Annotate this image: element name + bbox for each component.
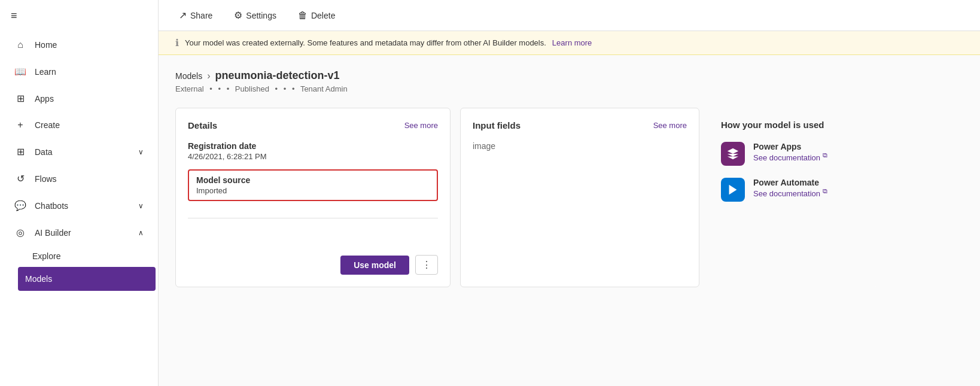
- model-source-label: Model source: [196, 175, 430, 185]
- power-automate-item: Power Automate See documentation ⧉: [721, 178, 865, 202]
- power-apps-icon: [721, 142, 745, 166]
- details-card-divider: [188, 218, 438, 218]
- model-source-highlight: Model source Imported: [188, 169, 438, 201]
- create-icon: +: [14, 120, 26, 130]
- sidebar-label-chatbots: Chatbots: [35, 201, 68, 211]
- power-apps-name: Power Apps: [753, 142, 827, 151]
- sidebar-label-flows: Flows: [35, 174, 57, 184]
- subtitle-published: Published: [235, 84, 278, 93]
- share-icon: ↗: [179, 10, 187, 21]
- sidebar-label-ai-builder: AI Builder: [35, 228, 71, 238]
- subtitle-separator2: •: [284, 84, 295, 93]
- input-field-image: image: [473, 141, 687, 151]
- sidebar-item-create[interactable]: + Create: [2, 113, 156, 138]
- sidebar-subitem-explore[interactable]: Explore: [0, 246, 158, 266]
- breadcrumb-parent[interactable]: Models: [175, 71, 202, 81]
- sidebar-item-data[interactable]: ⊞ Data ∨: [2, 139, 156, 165]
- page-body: Models › pneumonia-detection-v1 External…: [159, 55, 980, 386]
- sidebar-label-create: Create: [35, 120, 60, 130]
- learn-more-link[interactable]: Learn more: [552, 38, 592, 47]
- power-automate-see-doc[interactable]: See documentation ⧉: [753, 187, 827, 198]
- sidebar-label-home: Home: [35, 40, 57, 50]
- sidebar: ≡ ⌂ Home 📖 Learn ⊞ Apps + Create ⊞ Data …: [0, 0, 159, 386]
- power-automate-name: Power Automate: [753, 178, 827, 187]
- cards-container: Details See more Registration date 4/26/…: [175, 108, 963, 287]
- input-fields-card: Input fields See more image: [460, 108, 699, 287]
- flows-icon: ↺: [14, 173, 26, 184]
- sidebar-label-models: Models: [25, 274, 52, 284]
- breadcrumb: Models › pneumonia-detection-v1: [175, 69, 963, 82]
- sidebar-label-learn: Learn: [35, 67, 56, 77]
- banner-text: Your model was created externally. Some …: [185, 38, 546, 47]
- info-banner: ℹ Your model was created externally. Som…: [159, 31, 980, 55]
- sidebar-subitem-models[interactable]: Models: [18, 267, 156, 291]
- details-see-more-link[interactable]: See more: [404, 121, 438, 130]
- power-apps-text: Power Apps See documentation ⧉: [753, 142, 827, 162]
- sidebar-item-apps[interactable]: ⊞ Apps: [2, 86, 156, 111]
- breadcrumb-separator: ›: [207, 71, 210, 81]
- breadcrumb-current: pneumonia-detection-v1: [215, 69, 339, 82]
- ai-builder-chevron-icon: ∧: [138, 229, 144, 237]
- hamburger-icon: ≡: [11, 10, 17, 22]
- power-apps-item: Power Apps See documentation ⧉: [721, 142, 865, 166]
- chatbots-chevron-icon: ∨: [138, 202, 144, 210]
- details-card-header: Details See more: [188, 120, 438, 130]
- share-button[interactable]: ↗ Share: [175, 7, 216, 23]
- page-subtitle: External • Published • Tenant Admin: [175, 84, 963, 93]
- input-fields-see-more-link[interactable]: See more: [653, 121, 687, 130]
- sidebar-item-learn[interactable]: 📖 Learn: [2, 59, 156, 84]
- settings-icon: ⚙: [234, 10, 242, 21]
- learn-icon: 📖: [14, 66, 26, 77]
- details-card-title: Details: [188, 120, 217, 130]
- info-icon: ℹ: [175, 37, 179, 48]
- input-fields-card-title: Input fields: [473, 120, 521, 130]
- details-card-footer: Use model ⋮: [188, 245, 438, 275]
- power-automate-icon: [721, 178, 745, 202]
- sidebar-item-flows[interactable]: ↺ Flows: [2, 166, 156, 192]
- sidebar-label-apps: Apps: [35, 94, 54, 104]
- registration-date-value: 4/26/2021, 6:28:21 PM: [188, 152, 438, 161]
- more-options-button[interactable]: ⋮: [415, 255, 438, 275]
- sidebar-item-chatbots[interactable]: 💬 Chatbots ∨: [2, 193, 156, 218]
- toolbar: ↗ Share ⚙ Settings 🗑 Delete: [159, 0, 980, 31]
- data-icon: ⊞: [14, 146, 26, 157]
- hamburger-menu[interactable]: ≡: [0, 0, 158, 32]
- sidebar-label-explore: Explore: [32, 251, 60, 261]
- how-used-card: How your model is used Power Apps See do…: [709, 108, 876, 287]
- power-automate-ext-link-icon: ⧉: [823, 187, 827, 194]
- how-used-title: How your model is used: [721, 120, 865, 130]
- subtitle-external: External: [175, 84, 212, 93]
- settings-button[interactable]: ⚙ Settings: [230, 7, 280, 23]
- power-automate-text: Power Automate See documentation ⧉: [753, 178, 827, 198]
- delete-icon: 🗑: [298, 10, 308, 21]
- power-apps-see-doc[interactable]: See documentation ⧉: [753, 151, 827, 162]
- sidebar-item-ai-builder[interactable]: ◎ AI Builder ∧: [2, 220, 156, 245]
- power-apps-ext-link-icon: ⧉: [823, 151, 827, 159]
- subtitle-tenant: Tenant Admin: [300, 84, 348, 93]
- apps-icon: ⊞: [14, 93, 26, 104]
- sidebar-label-data: Data: [35, 147, 53, 157]
- share-label: Share: [190, 11, 212, 20]
- use-model-button[interactable]: Use model: [340, 256, 409, 275]
- input-fields-card-header: Input fields See more: [473, 120, 687, 130]
- delete-button[interactable]: 🗑 Delete: [294, 8, 339, 23]
- details-card: Details See more Registration date 4/26/…: [175, 108, 451, 287]
- model-source-value: Imported: [196, 186, 430, 195]
- settings-label: Settings: [246, 11, 276, 20]
- main-content: ↗ Share ⚙ Settings 🗑 Delete ℹ Your model…: [159, 0, 980, 386]
- subtitle-separator1: •: [218, 84, 230, 93]
- ai-builder-icon: ◎: [14, 227, 26, 238]
- registration-date-label: Registration date: [188, 141, 438, 151]
- delete-label: Delete: [311, 11, 335, 20]
- home-icon: ⌂: [14, 39, 26, 50]
- data-chevron-icon: ∨: [138, 148, 144, 156]
- chatbots-icon: 💬: [14, 200, 26, 211]
- sidebar-item-home[interactable]: ⌂ Home: [2, 32, 156, 57]
